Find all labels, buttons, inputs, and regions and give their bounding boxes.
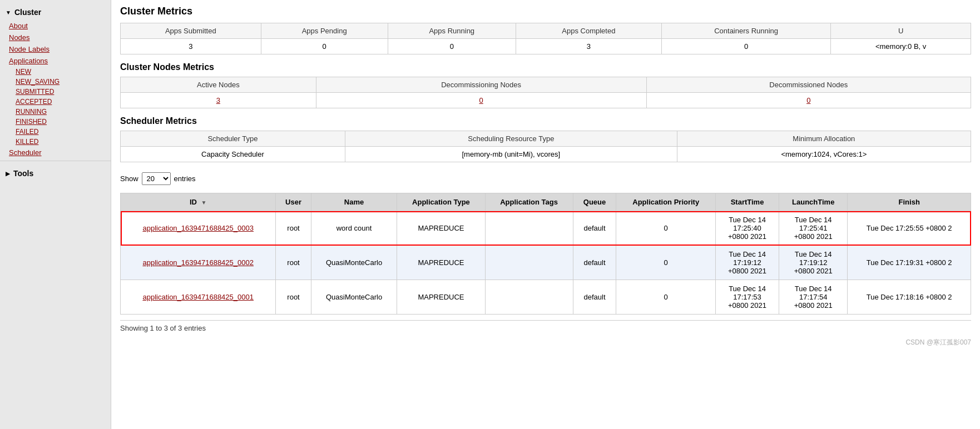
cell-finish-time: Tue Dec 17:25:55 +0800 2 (848, 211, 971, 246)
col-apps-completed: Apps Completed (516, 23, 661, 39)
col-scheduling-resource-type: Scheduling Resource Type (345, 131, 677, 147)
col-apps-pending: Apps Pending (261, 23, 388, 39)
cell-id: application_1639471688425_0002 (121, 246, 276, 280)
cell-tags (485, 246, 573, 280)
cell-start-time: Tue Dec 1417:19:12+0800 2021 (715, 246, 779, 280)
cell-name: QuasiMonteCarlo (311, 246, 397, 280)
th-start-time[interactable]: StartTime (715, 193, 779, 211)
cell-start-time: Tue Dec 1417:25:40+0800 2021 (715, 211, 779, 246)
cell-start-time: Tue Dec 1417:17:53+0800 2021 (715, 280, 779, 315)
val-decommissioning-nodes[interactable]: 0 (316, 93, 646, 108)
col-apps-submitted: Apps Submitted (121, 23, 261, 39)
cell-launch-time: Tue Dec 1417:25:41+0800 2021 (779, 211, 848, 246)
cluster-header[interactable]: ▼ Cluster (0, 4, 111, 20)
val-apps-submitted: 3 (121, 39, 261, 54)
val-containers-running: 0 (661, 39, 830, 54)
tools-label: Tools (13, 169, 33, 178)
cell-queue: default (573, 211, 616, 246)
show-label: Show (120, 174, 138, 183)
th-application-type[interactable]: Application Type (397, 193, 485, 211)
th-user[interactable]: User (276, 193, 311, 211)
th-id[interactable]: ID ▼ (121, 193, 276, 211)
cluster-nodes-title: Cluster Nodes Metrics (120, 62, 971, 72)
sort-arrow-id: ▼ (201, 199, 207, 206)
val-active-nodes[interactable]: 3 (121, 93, 316, 108)
cell-id: application_1639471688425_0003 (121, 211, 276, 246)
tools-arrow: ▶ (6, 171, 10, 177)
scheduler-metrics-title: Scheduler Metrics (120, 116, 971, 126)
val-apps-completed: 3 (516, 39, 661, 54)
applications-table: ID ▼ User Name Application Type Applicat… (120, 193, 971, 315)
cell-name: QuasiMonteCarlo (311, 280, 397, 315)
th-queue[interactable]: Queue (573, 193, 616, 211)
entries-label: entries (174, 174, 196, 183)
cell-queue: default (573, 246, 616, 280)
val-decommissioned-nodes[interactable]: 0 (646, 93, 971, 108)
cell-launch-time: Tue Dec 1417:17:54+0800 2021 (779, 280, 848, 315)
th-name[interactable]: Name (311, 193, 397, 211)
cell-tags (485, 211, 573, 246)
cell-priority: 0 (616, 280, 716, 315)
cell-queue: default (573, 280, 616, 315)
sidebar-item-killed[interactable]: KILLED (0, 137, 111, 147)
th-application-priority[interactable]: Application Priority (616, 193, 716, 211)
val-minimum-allocation: <memory:1024, vCores:1> (677, 147, 971, 162)
cell-priority: 0 (616, 246, 716, 280)
cell-name: word count (311, 211, 397, 246)
cell-priority: 0 (616, 211, 716, 246)
cell-finish-time: Tue Dec 17:19:31 +0800 2 (848, 246, 971, 280)
sidebar-divider (0, 161, 111, 161)
table-row: application_1639471688425_0001 root Quas… (121, 280, 971, 315)
cell-type: MAPREDUCE (397, 211, 485, 246)
sidebar-item-running[interactable]: RUNNING (0, 107, 111, 117)
val-scheduler-type: Capacity Scheduler (121, 147, 345, 162)
cell-id: application_1639471688425_0001 (121, 280, 276, 315)
cluster-arrow: ▼ (6, 9, 11, 16)
table-row: application_1639471688425_0003 root word… (121, 211, 971, 246)
sidebar-item-new[interactable]: NEW (0, 67, 111, 77)
main-content: Cluster Metrics Apps Submitted Apps Pend… (111, 0, 980, 429)
sidebar-item-failed[interactable]: FAILED (0, 127, 111, 137)
val-apps-pending: 0 (261, 39, 388, 54)
sidebar-item-accepted[interactable]: ACCEPTED (0, 97, 111, 107)
sidebar-item-node-labels[interactable]: Node Labels (0, 43, 111, 55)
col-decommissioning-nodes: Decommissioning Nodes (316, 77, 646, 93)
col-scheduler-type: Scheduler Type (121, 131, 345, 147)
sidebar-item-submitted[interactable]: SUBMITTED (0, 87, 111, 97)
col-containers-running: Containers Running (661, 23, 830, 39)
sidebar: ▼ Cluster About Nodes Node Labels Applic… (0, 0, 111, 429)
sidebar-item-nodes[interactable]: Nodes (0, 32, 111, 43)
cell-user: root (276, 246, 311, 280)
watermark: CSDN @寒江孤影007 (120, 338, 971, 347)
cluster-label: Cluster (14, 8, 41, 17)
val-apps-running: 0 (388, 39, 516, 54)
cluster-metrics-table: Apps Submitted Apps Pending Apps Running… (120, 23, 971, 54)
cell-user: root (276, 280, 311, 315)
sidebar-item-new-saving[interactable]: NEW_SAVING (0, 77, 111, 87)
cluster-nodes-table: Active Nodes Decommissioning Nodes Decom… (120, 77, 971, 108)
val-u: <memory:0 B, v (831, 39, 971, 54)
col-u: U (831, 23, 971, 39)
th-finish[interactable]: Finish (848, 193, 971, 211)
sidebar-item-applications[interactable]: Applications (0, 55, 111, 67)
cell-launch-time: Tue Dec 1417:19:12+0800 2021 (779, 246, 848, 280)
cluster-metrics-title: Cluster Metrics (120, 6, 971, 17)
sidebar-item-scheduler[interactable]: Scheduler (0, 147, 111, 158)
tools-header[interactable]: ▶ Tools (0, 166, 111, 181)
entries-select[interactable]: 10 20 50 100 (142, 172, 171, 185)
showing-entries: Showing 1 to 3 of 3 entries (120, 320, 971, 336)
col-active-nodes: Active Nodes (121, 77, 316, 93)
show-entries-row: Show 10 20 50 100 entries (120, 170, 971, 187)
sidebar-item-about[interactable]: About (0, 20, 111, 32)
cell-type: MAPREDUCE (397, 246, 485, 280)
val-scheduling-resource-type: [memory-mb (unit=Mi), vcores] (345, 147, 677, 162)
table-row: application_1639471688425_0002 root Quas… (121, 246, 971, 280)
cell-user: root (276, 211, 311, 246)
th-application-tags[interactable]: Application Tags (485, 193, 573, 211)
sidebar-item-finished[interactable]: FINISHED (0, 117, 111, 127)
cell-finish-time: Tue Dec 17:18:16 +0800 2 (848, 280, 971, 315)
col-minimum-allocation: Minimum Allocation (677, 131, 971, 147)
th-launch-time[interactable]: LaunchTime (779, 193, 848, 211)
col-apps-running: Apps Running (388, 23, 516, 39)
col-decommissioned-nodes: Decommissioned Nodes (646, 77, 971, 93)
